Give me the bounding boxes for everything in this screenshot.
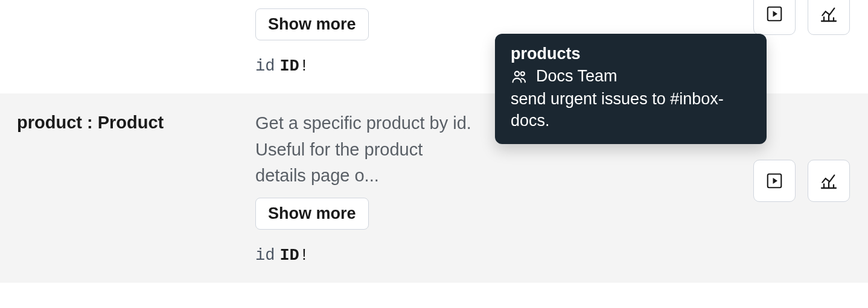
filler xyxy=(0,283,868,291)
row-actions xyxy=(753,160,850,202)
svg-point-6 xyxy=(515,71,519,75)
argument-type: ID xyxy=(279,57,299,75)
chart-icon xyxy=(819,171,838,190)
argument-name: id xyxy=(255,247,275,265)
play-button[interactable] xyxy=(753,160,796,202)
tooltip-description: send urgent issues to #inbox-docs. xyxy=(511,88,751,132)
description-cell: Get a specific product by id. Useful for… xyxy=(238,110,477,265)
argument-line: idID! xyxy=(255,247,477,265)
argument-line: idID! xyxy=(255,57,477,75)
show-more-button[interactable]: Show more xyxy=(255,8,369,40)
argument-required: ! xyxy=(299,57,309,75)
tooltip-team-row: Docs Team xyxy=(511,67,751,86)
argument-name: id xyxy=(255,57,275,75)
play-icon xyxy=(765,5,783,23)
field-type[interactable]: Product xyxy=(98,113,164,132)
schema-table: Show more idID! xyxy=(0,0,868,291)
description-cell: Show more idID! xyxy=(238,0,477,75)
chart-icon xyxy=(819,4,838,24)
colon: : xyxy=(82,113,98,132)
tag-tooltip: products Docs Team send urgent issues to… xyxy=(495,34,767,144)
row-actions xyxy=(753,0,850,35)
description-text: Get a specific product by id. Useful for… xyxy=(255,110,477,189)
show-more-button[interactable]: Show more xyxy=(255,198,369,230)
tooltip-title: products xyxy=(511,45,751,63)
svg-marker-9 xyxy=(773,178,778,184)
argument-type: ID xyxy=(279,247,299,265)
field-name-cell xyxy=(0,0,238,75)
svg-marker-1 xyxy=(773,11,778,17)
users-icon xyxy=(511,68,528,85)
tooltip-team: Docs Team xyxy=(536,67,617,86)
svg-point-7 xyxy=(521,72,525,75)
play-icon xyxy=(765,172,783,190)
insights-button[interactable] xyxy=(808,160,850,202)
field-name: product xyxy=(17,113,82,132)
insights-button[interactable] xyxy=(808,0,850,35)
play-button[interactable] xyxy=(753,0,796,35)
field-name-cell: product : Product xyxy=(0,110,238,265)
argument-required: ! xyxy=(299,247,309,265)
